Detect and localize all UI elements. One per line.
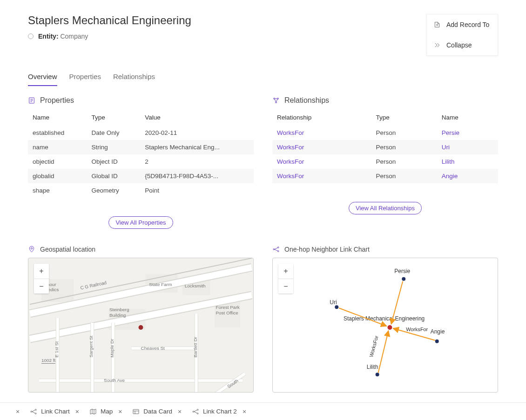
svg-text:WorksFor: WorksFor	[368, 335, 379, 358]
svg-point-50	[35, 409, 37, 410]
svg-point-33	[387, 325, 392, 330]
table-row: objectid Object ID 2	[28, 154, 254, 169]
svg-point-51	[35, 413, 37, 414]
cell: globalid	[28, 169, 87, 183]
svg-point-55	[197, 413, 198, 414]
svg-text:Angie: Angie	[431, 328, 445, 335]
map-zoom-out-button[interactable]: −	[34, 279, 49, 293]
relationships-panel-title: Relationships	[284, 96, 329, 105]
link-chart-view[interactable]: Staplers Mechanical Engineering Persie U…	[272, 258, 498, 393]
close-icon[interactable]: ×	[178, 408, 182, 415]
entity-link[interactable]: Lilith	[442, 158, 455, 165]
close-icon[interactable]: ×	[118, 408, 122, 415]
cell: String	[87, 140, 141, 154]
svg-point-36	[402, 277, 405, 281]
svg-rect-52	[133, 409, 139, 413]
tab-overview[interactable]: Overview	[28, 73, 57, 86]
map-zoom-in-button[interactable]: +	[34, 264, 49, 279]
svg-point-39	[335, 305, 338, 309]
bottom-tab-label: Link Chart 2	[203, 408, 237, 415]
tab-relationships[interactable]: Relationships	[113, 73, 155, 86]
cell: established	[28, 126, 87, 140]
relationships-icon	[272, 97, 280, 104]
col-relationship: Relationship	[272, 109, 371, 126]
svg-text:Steinberg: Steinberg	[109, 307, 129, 312]
svg-text:WorksFor: WorksFor	[406, 327, 428, 332]
cell: Geometry	[87, 183, 141, 198]
cell: Global ID	[87, 169, 141, 183]
svg-point-2	[277, 98, 279, 100]
close-icon[interactable]: ×	[243, 408, 246, 415]
view-all-properties-button[interactable]: View All Properties	[108, 216, 173, 229]
bottom-tab-map[interactable]: Map ×	[86, 403, 126, 420]
svg-text:Post Office: Post Office	[216, 310, 238, 315]
bottom-tab-label: Link Chart	[41, 408, 70, 415]
entity-line: Entity: Company	[28, 33, 191, 40]
table-row: globalid Global ID {5D9B4713-F98D-4A53-.…	[28, 169, 254, 183]
cell: 2	[140, 154, 254, 169]
cell: Person	[371, 140, 437, 154]
svg-text:Lilith: Lilith	[367, 364, 378, 370]
entity-link[interactable]: Uri	[442, 144, 450, 151]
properties-table: Name Type Value established Date Only 20…	[28, 109, 254, 198]
svg-point-46	[376, 373, 379, 376]
svg-text:Cheaves St: Cheaves St	[141, 346, 165, 351]
cell: Object ID	[87, 154, 141, 169]
add-record-to-label: Add Record To	[446, 21, 489, 28]
cell: 2020-02-11	[140, 126, 254, 140]
relationships-table: Relationship Type Name WorksFor Person P…	[272, 109, 498, 183]
svg-point-54	[197, 409, 198, 410]
bottom-tab-link-chart-2[interactable]: Link Chart 2 ×	[188, 403, 250, 420]
bottom-tab-data-card[interactable]: Data Card ×	[128, 403, 185, 420]
rel-link[interactable]: WorksFor	[277, 173, 304, 180]
link-chart-canvas: Staplers Mechanical Engineering Persie U…	[273, 258, 498, 392]
svg-point-1	[274, 98, 275, 100]
pin-icon	[28, 246, 35, 253]
svg-text:Persie: Persie	[394, 268, 410, 274]
svg-point-42	[435, 340, 439, 343]
rel-link[interactable]: WorksFor	[277, 144, 304, 151]
cell: Person	[371, 169, 437, 183]
cell: {5D9B4713-F98D-4A53-...	[140, 169, 254, 183]
map-view[interactable]: C G Railroad State Farm Locksmith Steinb…	[28, 258, 254, 393]
rel-link[interactable]: WorksFor	[277, 129, 304, 136]
map-canvas: C G Railroad State Farm Locksmith Steinb…	[28, 258, 253, 392]
entity-link[interactable]: Persie	[442, 129, 459, 136]
entity-link[interactable]: Angie	[442, 173, 458, 180]
cell: Date Only	[87, 126, 141, 140]
cell: shape	[28, 183, 87, 198]
svg-text:State Farm: State Farm	[149, 282, 172, 287]
chart-zoom-controls: + −	[278, 264, 293, 293]
link-chart-icon	[272, 246, 280, 253]
svg-text:Bartlett Dr: Bartlett Dr	[193, 336, 198, 357]
actions-card: Add Record To Collapse	[426, 14, 498, 56]
add-document-icon	[433, 21, 441, 28]
entity-circle-icon	[28, 33, 34, 39]
cell: Person	[371, 154, 437, 169]
svg-point-30	[273, 249, 275, 250]
rel-link[interactable]: WorksFor	[277, 158, 304, 165]
view-all-relationships-button[interactable]: View All Relationships	[349, 202, 422, 214]
svg-point-32	[277, 251, 279, 252]
map-zoom-controls: + −	[34, 264, 49, 293]
bottom-tab-link-chart[interactable]: Link Chart ×	[26, 403, 83, 420]
table-row: WorksFor Person Uri	[272, 140, 498, 154]
add-record-to-button[interactable]: Add Record To	[427, 14, 498, 35]
table-row: WorksFor Person Angie	[272, 169, 498, 183]
table-row: WorksFor Person Lilith	[272, 154, 498, 169]
collapse-button[interactable]: Collapse	[427, 35, 498, 55]
col-value: Value	[140, 109, 254, 126]
bottom-tab-label: Map	[101, 408, 113, 415]
tab-properties[interactable]: Properties	[69, 73, 101, 86]
collapse-label: Collapse	[446, 41, 472, 49]
chart-zoom-in-button[interactable]: +	[278, 264, 293, 279]
chart-zoom-out-button[interactable]: −	[278, 279, 293, 293]
svg-point-31	[277, 247, 279, 248]
bottom-tab-label: Data Card	[143, 408, 172, 415]
bottom-tab-close-leading[interactable]: ×	[14, 403, 23, 420]
svg-text:Locksmith: Locksmith	[185, 283, 206, 288]
close-icon[interactable]: ×	[75, 408, 79, 415]
svg-point-53	[193, 411, 194, 412]
link-chart-icon	[192, 408, 199, 415]
page-title: Staplers Mechanical Engineering	[28, 14, 191, 27]
